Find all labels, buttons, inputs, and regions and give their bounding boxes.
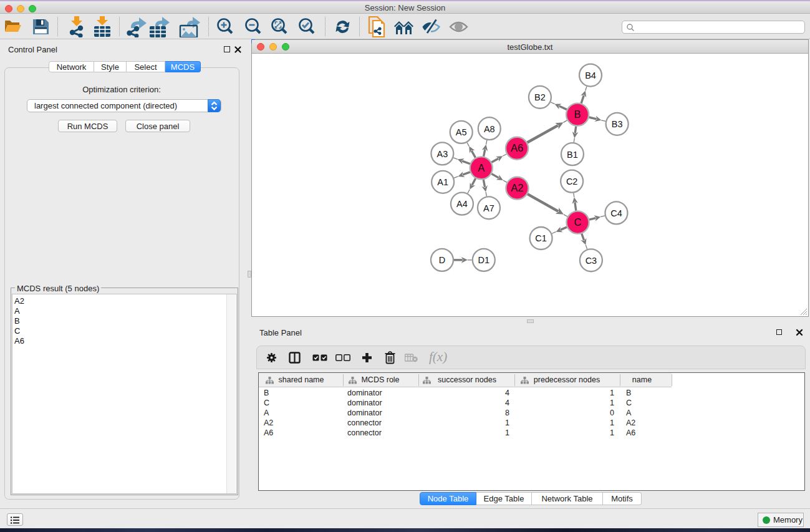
svg-text:C: C xyxy=(574,216,582,228)
svg-text:B2: B2 xyxy=(534,92,546,102)
svg-text:B3: B3 xyxy=(612,119,623,129)
svg-text:A3: A3 xyxy=(437,149,448,159)
svg-text:C2: C2 xyxy=(566,177,578,186)
svg-text:A1: A1 xyxy=(437,177,448,187)
svg-text:A5: A5 xyxy=(456,127,467,137)
svg-text:A8: A8 xyxy=(484,124,495,134)
svg-text:B4: B4 xyxy=(585,70,596,80)
svg-text:B1: B1 xyxy=(567,150,578,160)
svg-text:A: A xyxy=(478,162,485,173)
svg-text:C4: C4 xyxy=(610,208,622,218)
svg-text:C1: C1 xyxy=(535,233,547,243)
svg-text:C3: C3 xyxy=(586,256,597,266)
svg-text:D: D xyxy=(439,255,445,265)
svg-text:A4: A4 xyxy=(456,199,468,209)
svg-text:B: B xyxy=(574,109,581,120)
svg-text:A7: A7 xyxy=(483,203,494,213)
svg-text:A6: A6 xyxy=(511,142,523,153)
svg-text:A2: A2 xyxy=(511,182,523,193)
svg-text:D1: D1 xyxy=(478,255,490,265)
